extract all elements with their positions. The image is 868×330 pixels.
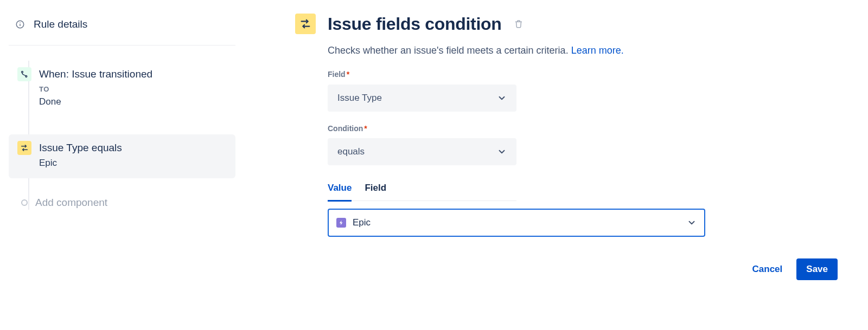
rule-sidebar: Rule details When: Issue transitioned TO… — [9, 11, 235, 210]
field-label: Field* — [328, 69, 838, 80]
field-select-value: Issue Type — [337, 92, 382, 105]
trigger-to-label: TO — [39, 85, 152, 94]
trigger-step[interactable]: When: Issue transitioned TO Done — [9, 61, 235, 118]
condition-icon — [17, 141, 31, 155]
condition-group: Condition* equals — [328, 124, 838, 166]
condition-select[interactable]: equals — [328, 138, 516, 165]
description-text: Checks whether an issue's field meets a … — [328, 45, 569, 56]
title-icon — [295, 14, 316, 34]
condition-label: Condition* — [328, 124, 838, 134]
chevron-down-icon — [687, 218, 697, 228]
trigger-icon — [17, 67, 31, 81]
description-row: Checks whether an issue's field meets a … — [328, 44, 838, 57]
trash-icon[interactable] — [514, 19, 524, 29]
field-select[interactable]: Issue Type — [328, 85, 516, 112]
svg-point-4 — [25, 75, 27, 77]
value-field-tabs: Value Field — [328, 182, 516, 201]
save-button[interactable]: Save — [796, 258, 838, 280]
main-panel: Issue fields condition Checks whether an… — [295, 11, 838, 280]
rule-details-row[interactable]: Rule details — [9, 17, 235, 46]
cancel-button[interactable]: Cancel — [750, 260, 785, 279]
chevron-down-icon — [497, 93, 507, 103]
value-select-text: Epic — [353, 216, 371, 229]
info-icon — [15, 20, 25, 29]
trigger-to-value: Done — [39, 95, 152, 108]
add-component-label: Add component — [35, 196, 107, 210]
add-component[interactable]: Add component — [9, 196, 235, 210]
svg-point-2 — [20, 23, 21, 24]
footer-actions: Cancel Save — [328, 258, 838, 280]
add-dot-icon — [21, 199, 28, 206]
condition-select-value: equals — [337, 145, 365, 158]
condition-step-sub: Epic — [39, 157, 122, 170]
value-select[interactable]: Epic — [328, 209, 705, 237]
learn-more-link[interactable]: Learn more. — [571, 45, 624, 56]
epic-icon — [336, 218, 346, 228]
condition-step-title: Issue Type equals — [39, 141, 122, 156]
page-title: Issue fields condition — [328, 12, 502, 36]
chevron-down-icon — [497, 147, 507, 157]
trigger-title: When: Issue transitioned — [39, 67, 152, 82]
tab-field[interactable]: Field — [365, 182, 386, 200]
tab-value[interactable]: Value — [328, 182, 352, 202]
field-group: Field* Issue Type — [328, 69, 838, 112]
rule-details-label: Rule details — [34, 17, 87, 32]
condition-step[interactable]: Issue Type equals Epic — [9, 134, 235, 178]
